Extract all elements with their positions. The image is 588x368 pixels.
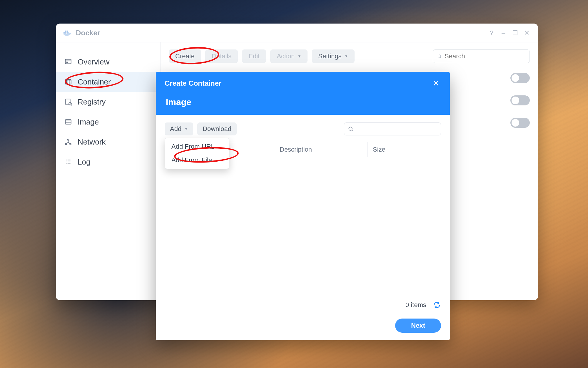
toolbar-search[interactable] [433,49,530,63]
search-icon [437,53,442,59]
refresh-button[interactable] [433,301,441,309]
minimize-button[interactable]: – [497,27,509,39]
modal-footer: Next [156,313,450,340]
sidebar-label: Network [78,137,106,147]
svg-point-6 [66,62,68,63]
sidebar-item-network[interactable]: Network [56,132,160,152]
modal-header: Create Container ✕ Image [156,72,450,115]
modal-close-button[interactable]: ✕ [431,78,441,88]
sidebar-label: Container [78,77,111,87]
svg-rect-8 [66,99,70,105]
modal-title: Create Container [165,79,431,87]
container-icon [64,78,72,86]
docker-logo-icon [63,29,72,37]
sidebar-item-image[interactable]: Image [56,112,160,132]
svg-rect-4 [67,30,68,32]
settings-label: Settings [318,52,342,60]
dashboard-icon [64,58,72,66]
add-button[interactable]: Add ▼ [165,122,193,135]
action-label: Action [277,52,295,60]
titlebar: Docker ? – ☐ ✕ [56,24,538,42]
svg-point-14 [438,55,441,57]
sidebar-item-registry[interactable]: Registry [56,92,160,112]
chevron-down-icon: ▼ [345,54,348,58]
next-button[interactable]: Next [395,319,441,333]
sidebar: Overview Container Registry Image [56,42,161,300]
svg-rect-2 [67,32,68,34]
create-container-modal: Create Container ✕ Image Add ▼ Download … [156,72,450,340]
add-from-file-item[interactable]: Add From File [165,153,229,167]
image-icon [64,118,72,126]
svg-rect-3 [65,30,67,32]
modal-toolbar: Add ▼ Download [165,122,441,135]
sidebar-item-container[interactable]: Container [56,72,160,92]
create-button[interactable]: Create [169,49,201,63]
sidebar-item-overview[interactable]: Overview [56,52,160,72]
action-button[interactable]: Action ▼ [270,49,308,63]
add-from-url-item[interactable]: Add From URL [165,140,229,153]
svg-point-15 [349,127,352,130]
modal-search[interactable] [344,122,441,135]
sidebar-item-log[interactable]: Log [56,152,160,172]
svg-point-11 [68,139,69,140]
app-title: Docker [76,29,100,37]
modal-search-input[interactable] [354,126,437,132]
sidebar-label: Image [78,117,99,127]
add-label: Add [170,125,181,133]
add-dropdown: Add From URL Add From File [165,138,229,169]
close-window-button[interactable]: ✕ [521,27,533,39]
modal-section-title: Image [165,97,441,107]
edit-button[interactable]: Edit [242,49,266,63]
toolbar: Create Details Edit Action ▼ Settings ▼ [169,49,530,63]
registry-icon [64,98,72,106]
svg-rect-1 [65,32,67,34]
search-input[interactable] [445,52,525,60]
search-icon [348,126,354,132]
sidebar-label: Registry [78,97,106,107]
sidebar-label: Overview [78,57,109,67]
image-table-body [165,157,441,294]
settings-button[interactable]: Settings ▼ [312,49,354,63]
container-toggle[interactable] [510,118,530,128]
items-count: 0 items [405,301,426,309]
col-size[interactable]: Size [368,142,423,157]
chevron-down-icon: ▼ [184,127,188,131]
container-toggles [510,73,530,128]
maximize-button[interactable]: ☐ [509,27,521,39]
network-icon [64,138,72,146]
log-icon [64,158,72,166]
details-button[interactable]: Details [205,49,238,63]
sidebar-label: Log [78,158,90,167]
help-button[interactable]: ? [486,27,497,39]
container-toggle[interactable] [510,73,530,83]
svg-rect-0 [64,32,65,34]
download-button[interactable]: Download [197,122,237,135]
col-description[interactable]: Description [274,142,368,157]
container-toggle[interactable] [510,95,530,105]
modal-status-bar: 0 items [156,297,450,313]
chevron-down-icon: ▼ [298,54,301,58]
